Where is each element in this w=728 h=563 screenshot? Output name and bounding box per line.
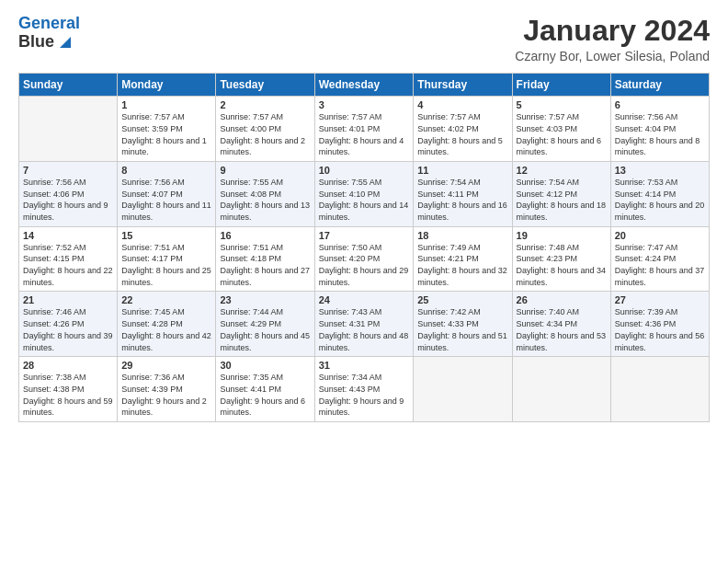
table-row: 19 Sunrise: 7:48 AMSunset: 4:23 PMDaylig… [512,226,610,292]
day-info: Sunrise: 7:57 AMSunset: 4:00 PMDaylight:… [220,112,305,156]
day-number: 7 [23,165,113,176]
table-row: 31 Sunrise: 7:34 AMSunset: 4:43 PMDaylig… [314,357,414,422]
table-row: 14 Sunrise: 7:52 AMSunset: 4:15 PMDaylig… [19,226,118,292]
table-row: 22 Sunrise: 7:45 AMSunset: 4:28 PMDaylig… [118,292,216,357]
col-friday: Friday [512,74,610,97]
col-monday: Monday [118,74,216,97]
day-number: 24 [319,294,410,305]
day-number: 8 [121,165,211,176]
day-info: Sunrise: 7:46 AMSunset: 4:26 PMDaylight:… [23,307,113,351]
calendar-week-row: 14 Sunrise: 7:52 AMSunset: 4:15 PMDaylig… [19,226,710,292]
title-block: January 2024 Czarny Bor, Lower Silesia, … [515,15,710,63]
table-row: 30 Sunrise: 7:35 AMSunset: 4:41 PMDaylig… [216,357,314,422]
table-row: 23 Sunrise: 7:44 AMSunset: 4:29 PMDaylig… [216,292,314,357]
day-info: Sunrise: 7:57 AMSunset: 3:59 PMDaylight:… [121,112,207,156]
calendar-week-row: 1 Sunrise: 7:57 AMSunset: 3:59 PMDayligh… [19,97,710,162]
table-row: 26 Sunrise: 7:40 AMSunset: 4:34 PMDaylig… [512,292,610,357]
day-info: Sunrise: 7:57 AMSunset: 4:02 PMDaylight:… [417,112,503,156]
day-info: Sunrise: 7:51 AMSunset: 4:18 PMDaylight:… [220,243,310,287]
table-row: 10 Sunrise: 7:55 AMSunset: 4:10 PMDaylig… [314,161,414,226]
day-info: Sunrise: 7:57 AMSunset: 4:03 PMDaylight:… [517,112,602,156]
day-number: 25 [417,294,507,305]
table-row: 18 Sunrise: 7:49 AMSunset: 4:21 PMDaylig… [414,226,512,292]
calendar-week-row: 7 Sunrise: 7:56 AMSunset: 4:06 PMDayligh… [19,161,710,226]
day-number: 30 [220,360,310,371]
table-row [414,357,512,422]
day-info: Sunrise: 7:57 AMSunset: 4:01 PMDaylight:… [319,112,404,156]
day-info: Sunrise: 7:45 AMSunset: 4:28 PMDaylight:… [121,307,211,351]
table-row [512,357,610,422]
table-row: 27 Sunrise: 7:39 AMSunset: 4:36 PMDaylig… [610,292,709,357]
table-row: 6 Sunrise: 7:56 AMSunset: 4:04 PMDayligh… [610,97,709,162]
day-number: 15 [121,230,211,241]
day-info: Sunrise: 7:55 AMSunset: 4:10 PMDaylight:… [319,178,409,222]
day-number: 12 [517,165,607,176]
day-number: 14 [23,230,113,241]
col-saturday: Saturday [610,74,709,97]
day-number: 20 [615,230,705,241]
day-info: Sunrise: 7:34 AMSunset: 4:43 PMDaylight:… [319,373,404,417]
day-info: Sunrise: 7:48 AMSunset: 4:23 PMDaylight:… [517,243,607,287]
table-row [610,357,709,422]
day-info: Sunrise: 7:36 AMSunset: 4:39 PMDaylight:… [121,373,207,417]
day-info: Sunrise: 7:56 AMSunset: 4:06 PMDaylight:… [23,178,108,222]
table-row: 1 Sunrise: 7:57 AMSunset: 3:59 PMDayligh… [118,97,216,162]
day-number: 16 [220,230,310,241]
day-number: 29 [121,360,211,371]
day-info: Sunrise: 7:38 AMSunset: 4:38 PMDaylight:… [23,373,113,417]
day-number: 13 [615,165,705,176]
day-number: 10 [319,165,410,176]
svg-marker-0 [60,37,71,48]
day-number: 6 [615,99,705,110]
day-number: 1 [121,99,211,110]
table-row: 7 Sunrise: 7:56 AMSunset: 4:06 PMDayligh… [19,161,118,226]
table-row: 16 Sunrise: 7:51 AMSunset: 4:18 PMDaylig… [216,226,314,292]
day-info: Sunrise: 7:43 AMSunset: 4:31 PMDaylight:… [319,307,409,351]
day-info: Sunrise: 7:52 AMSunset: 4:15 PMDaylight:… [23,243,113,287]
day-info: Sunrise: 7:53 AMSunset: 4:14 PMDaylight:… [615,178,705,222]
day-info: Sunrise: 7:42 AMSunset: 4:33 PMDaylight:… [417,307,507,351]
day-number: 22 [121,294,211,305]
table-row: 13 Sunrise: 7:53 AMSunset: 4:14 PMDaylig… [610,161,709,226]
calendar-week-row: 28 Sunrise: 7:38 AMSunset: 4:38 PMDaylig… [19,357,710,422]
col-tuesday: Tuesday [216,74,314,97]
table-row: 2 Sunrise: 7:57 AMSunset: 4:00 PMDayligh… [216,97,314,162]
day-number: 18 [417,230,507,241]
day-info: Sunrise: 7:49 AMSunset: 4:21 PMDaylight:… [417,243,507,287]
day-info: Sunrise: 7:44 AMSunset: 4:29 PMDaylight:… [220,307,310,351]
col-sunday: Sunday [19,74,118,97]
calendar-table: Sunday Monday Tuesday Wednesday Thursday… [18,73,710,422]
day-number: 3 [319,99,410,110]
day-number: 2 [220,99,310,110]
day-number: 9 [220,165,310,176]
logo: General Blue [18,15,80,52]
day-number: 31 [319,360,410,371]
day-number: 26 [517,294,607,305]
table-row: 15 Sunrise: 7:51 AMSunset: 4:17 PMDaylig… [118,226,216,292]
table-row: 4 Sunrise: 7:57 AMSunset: 4:02 PMDayligh… [414,97,512,162]
table-row: 25 Sunrise: 7:42 AMSunset: 4:33 PMDaylig… [414,292,512,357]
day-info: Sunrise: 7:40 AMSunset: 4:34 PMDaylight:… [517,307,607,351]
header: General Blue January 2024 Czarny Bor, Lo… [18,15,710,63]
subtitle: Czarny Bor, Lower Silesia, Poland [515,49,710,63]
page: General Blue January 2024 Czarny Bor, Lo… [0,0,728,563]
day-number: 28 [23,360,113,371]
day-number: 5 [517,99,607,110]
day-number: 19 [517,230,607,241]
day-number: 11 [417,165,507,176]
table-row: 12 Sunrise: 7:54 AMSunset: 4:12 PMDaylig… [512,161,610,226]
table-row: 29 Sunrise: 7:36 AMSunset: 4:39 PMDaylig… [118,357,216,422]
day-info: Sunrise: 7:47 AMSunset: 4:24 PMDaylight:… [615,243,705,287]
day-info: Sunrise: 7:51 AMSunset: 4:17 PMDaylight:… [121,243,211,287]
logo-triangle-icon [56,35,71,50]
table-row: 24 Sunrise: 7:43 AMSunset: 4:31 PMDaylig… [314,292,414,357]
day-number: 17 [319,230,410,241]
day-number: 4 [417,99,507,110]
table-row: 11 Sunrise: 7:54 AMSunset: 4:11 PMDaylig… [414,161,512,226]
table-row: 5 Sunrise: 7:57 AMSunset: 4:03 PMDayligh… [512,97,610,162]
table-row: 8 Sunrise: 7:56 AMSunset: 4:07 PMDayligh… [118,161,216,226]
day-info: Sunrise: 7:54 AMSunset: 4:11 PMDaylight:… [417,178,507,222]
calendar-header-row: Sunday Monday Tuesday Wednesday Thursday… [19,74,710,97]
day-info: Sunrise: 7:56 AMSunset: 4:04 PMDaylight:… [615,112,700,156]
table-row: 3 Sunrise: 7:57 AMSunset: 4:01 PMDayligh… [314,97,414,162]
